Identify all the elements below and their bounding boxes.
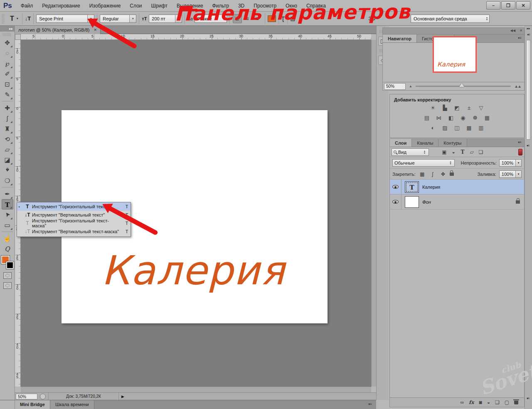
status-icon[interactable]	[40, 394, 46, 399]
tools-grip[interactable]	[3, 33, 12, 36]
workspace-select[interactable]: Основная рабочая среда ▴▾	[411, 15, 490, 23]
lock-all-icon[interactable]	[450, 172, 454, 176]
zoom-out-icon[interactable]: ▲	[406, 84, 416, 88]
delete-layer-icon[interactable]	[514, 401, 518, 404]
canvas-text[interactable]: Калерия	[101, 247, 285, 294]
menu-file[interactable]: Файл	[16, 0, 38, 12]
photo-filter-icon[interactable]: ◉	[458, 114, 468, 122]
eye-icon[interactable]	[392, 185, 399, 189]
pen-tool[interactable]: ✒◢	[2, 189, 13, 199]
gradient-map-icon[interactable]: ▩	[465, 124, 474, 132]
posterize-icon[interactable]: ▨	[441, 124, 450, 132]
layer-row-kaleria[interactable]: T Калерия	[390, 180, 524, 195]
paint-bucket-tool[interactable]: ◪◢	[2, 155, 13, 165]
eye-icon[interactable]	[392, 200, 399, 204]
tab-layers[interactable]: Слои	[390, 139, 412, 147]
opacity-dropdown-icon[interactable]: ▾	[515, 160, 521, 166]
layer-filter-toggle[interactable]	[518, 149, 522, 155]
menu-item-vertical-type-mask[interactable]: ↓T Инструмент "Вертикальный текст-маска"…	[17, 227, 131, 236]
tool-preset-dropdown[interactable]: ▾	[15, 17, 20, 20]
quick-selection-tool[interactable]: ✐◢	[2, 69, 13, 79]
text-layer-thumbnail[interactable]: T	[405, 181, 419, 193]
status-zoom-field[interactable]: 50%	[16, 394, 37, 399]
menu-layers[interactable]: Слои	[125, 0, 146, 12]
navigator-menu-icon[interactable]: ▾≡	[518, 34, 524, 42]
lock-move-icon[interactable]: ✥	[439, 171, 447, 177]
eyedropper-tool[interactable]: ✎◢	[2, 89, 13, 100]
collapse-panel-icon[interactable]: ◀◀	[510, 29, 515, 32]
tab-timeline[interactable]: Шкала времени	[50, 400, 94, 409]
layers-menu-icon[interactable]: ▾≡	[518, 139, 524, 147]
fill-dropdown-icon[interactable]: ▾	[515, 171, 521, 177]
healing-brush-tool[interactable]: ✚◢	[2, 103, 13, 113]
channel-mixer-icon[interactable]: ☸	[470, 114, 480, 122]
new-adjustment-layer-icon[interactable]: ◒	[487, 399, 490, 405]
link-layers-icon[interactable]: ∞	[461, 399, 464, 405]
status-expand-icon[interactable]: ▶	[119, 394, 127, 399]
options-grip[interactable]	[2, 14, 5, 23]
threshold-icon[interactable]: ◫	[453, 124, 462, 132]
history-brush-tool[interactable]: ⟲◢	[2, 134, 13, 144]
zoom-in-icon[interactable]: ▲▲	[511, 84, 524, 89]
close-panel-icon[interactable]: ✕	[520, 29, 522, 32]
path-selection-tool[interactable]: ➤◢	[2, 209, 13, 220]
fill-select[interactable]: 100% ▾	[499, 170, 522, 178]
filter-smart-objects-icon[interactable]: ❏	[477, 149, 485, 155]
visibility-cell[interactable]	[390, 195, 401, 209]
type-tool[interactable]: T◢	[2, 199, 13, 209]
zoom-tool[interactable]: Q	[2, 244, 13, 254]
layer-row-background[interactable]: Фон	[390, 195, 524, 209]
tools-collapse-button[interactable]: ▸▸	[0, 26, 15, 32]
navigator-zoom-field[interactable]: 50%	[384, 83, 406, 90]
navigator-thumbnail[interactable]: Калерия	[433, 36, 477, 73]
visibility-cell[interactable]	[390, 180, 401, 194]
horizontal-ruler[interactable]: 5 0 5 10 15 20 25 30 35 40 45 50	[21, 34, 371, 40]
clone-stamp-tool[interactable]: ♜◢	[2, 123, 13, 134]
menu-type[interactable]: Шрифт	[147, 0, 172, 12]
shape-tool[interactable]: ▭◢	[2, 220, 13, 230]
workspace-spinner[interactable]: ▴▾	[485, 17, 489, 21]
tab-navigator[interactable]: Навигатор	[383, 34, 417, 42]
layer-effects-icon[interactable]: fx	[469, 399, 474, 405]
vertical-scrollbar[interactable]	[371, 40, 376, 387]
levels-icon[interactable]: ▙	[441, 104, 450, 112]
screen-mode-button[interactable]	[3, 282, 12, 289]
dodge-tool[interactable]: ❍◢	[2, 175, 13, 186]
marquee-tool[interactable]: ◌◢	[2, 48, 13, 58]
document-size-info[interactable]: Док: 3,75М/720,2К	[48, 393, 119, 400]
slider-thumb[interactable]	[459, 83, 464, 87]
filter-type-layers-icon[interactable]: T	[459, 149, 466, 155]
document-close-icon[interactable]: ✕	[94, 28, 97, 32]
filter-pixel-layers-icon[interactable]: ▣	[441, 149, 448, 155]
restore-button[interactable]: ❐	[501, 1, 515, 10]
bottom-panel-menu-icon[interactable]: ▾≡	[368, 400, 376, 409]
close-button[interactable]: ✕	[516, 1, 530, 10]
horizontal-scrollbar[interactable]	[21, 387, 371, 392]
opacity-select[interactable]: 100% ▾	[499, 159, 522, 167]
filter-adjustment-layers-icon[interactable]: ◒	[450, 149, 457, 155]
eraser-tool[interactable]: ▱◢	[2, 144, 13, 155]
layer-filter-select[interactable]: Вид ▴▾	[392, 148, 429, 156]
layer-name[interactable]: Калерия	[422, 185, 440, 190]
text-orientation-button[interactable]: ↓T	[25, 15, 31, 22]
black-white-icon[interactable]: ◧	[446, 114, 456, 122]
quick-mask-button[interactable]	[3, 272, 12, 279]
exposure-icon[interactable]: ±	[465, 104, 474, 112]
invert-icon[interactable]: ◐	[429, 124, 438, 132]
menu-item-horizontal-type-mask[interactable]: T Инструмент "Горизонтальный текст-маска…	[17, 219, 131, 227]
selective-color-icon[interactable]: ▥	[477, 124, 486, 132]
font-style-dropdown-icon[interactable]: ▾	[129, 15, 136, 22]
new-group-icon[interactable]: ❏	[495, 399, 500, 405]
font-style-select[interactable]: Regular ▾	[100, 15, 136, 23]
lock-paint-icon[interactable]: ʃ	[429, 171, 436, 177]
background-layer-thumbnail[interactable]	[405, 196, 419, 208]
hue-saturation-icon[interactable]: ▤	[422, 114, 431, 122]
vibrance-icon[interactable]: ▽	[477, 104, 486, 112]
background-color-swatch[interactable]	[6, 261, 14, 269]
minimize-button[interactable]: –	[486, 1, 500, 10]
panel-menu-icon[interactable]: ▾≡	[527, 144, 530, 148]
panel-menu-icon[interactable]: ▾≡	[525, 30, 532, 37]
blend-mode-select[interactable]: Обычные ▴▾	[392, 159, 455, 167]
filter-shape-layers-icon[interactable]: ▱	[468, 149, 475, 155]
panel-menu-icon[interactable]: ▾≡	[527, 397, 530, 400]
